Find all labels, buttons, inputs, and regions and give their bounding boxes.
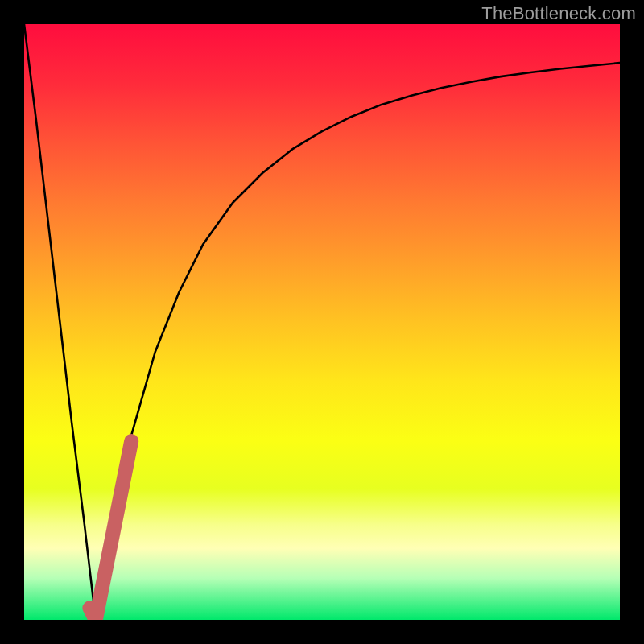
highlight-segment <box>89 441 131 620</box>
plot-area <box>24 24 620 620</box>
left-curve <box>24 24 96 620</box>
watermark-text: TheBottleneck.com <box>481 3 636 24</box>
curve-layer <box>24 24 620 620</box>
right-curve <box>96 63 620 620</box>
chart-frame: TheBottleneck.com <box>0 0 644 644</box>
